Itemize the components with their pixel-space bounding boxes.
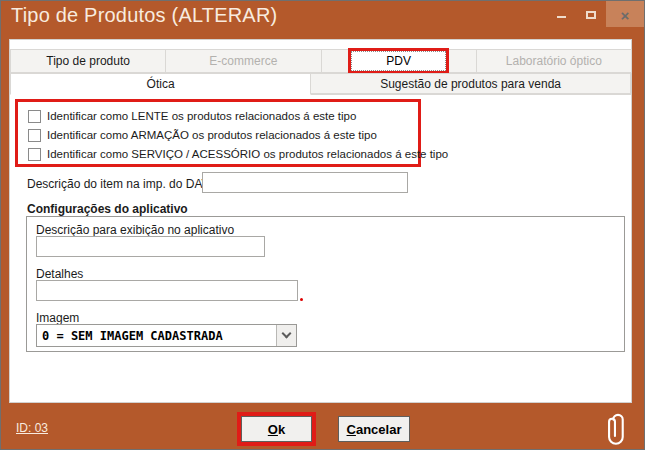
tab-otica[interactable]: Ótica — [10, 73, 311, 95]
checkbox-row-lente: Identificar como LENTE os produtos relac… — [28, 107, 418, 125]
details-input[interactable] — [36, 280, 298, 301]
close-button[interactable]: × — [606, 1, 644, 27]
dialog-window: Tipo de Produtos (ALTERAR) × Tipo de pro… — [0, 0, 645, 450]
image-select-dropdown-button[interactable] — [276, 325, 296, 346]
tab-laboratorio-optico[interactable]: Laboratório óptico — [476, 49, 632, 73]
tab-label: Tipo de produto — [46, 54, 130, 68]
tab-sugestao-produtos[interactable]: Sugestão de produtos para venda — [311, 73, 631, 94]
dialog-body: Tipo de produto E-commerce PDV Laboratór… — [9, 39, 632, 403]
minimize-button[interactable] — [546, 1, 576, 27]
close-icon: × — [621, 8, 630, 23]
maximize-button[interactable] — [576, 1, 606, 27]
image-select-value: 0 = SEM IMAGEM CADASTRADA — [37, 325, 276, 346]
dav-description-label: Descrição do item na imp. do DAV — [27, 177, 210, 191]
chevron-down-icon — [282, 329, 292, 339]
tab-tipo-de-produto[interactable]: Tipo de produto — [10, 49, 166, 73]
checkbox-armacao[interactable] — [28, 129, 41, 142]
titlebar: Tipo de Produtos (ALTERAR) × — [1, 1, 644, 38]
tab-pdv[interactable]: PDV — [321, 49, 477, 73]
checkbox-lente[interactable] — [28, 110, 41, 123]
ok-button[interactable]: Ok — [241, 416, 312, 442]
tab-label: PDV — [351, 51, 446, 71]
app-config-group-title: Configurações do aplicativo — [27, 202, 188, 216]
record-id-link[interactable]: ID: 03 — [16, 421, 48, 435]
tab-label: Sugestão de produtos para venda — [380, 77, 561, 91]
window-controls: × — [546, 1, 644, 27]
annotation-pdv-tab: PDV — [348, 48, 449, 74]
dav-description-input[interactable] — [202, 172, 408, 193]
maximize-icon — [586, 11, 596, 19]
cancel-button[interactable]: Cancelar — [338, 416, 410, 442]
checkbox-label[interactable]: Identificar como ARMAÇÃO os produtos rel… — [47, 129, 377, 141]
app-description-input[interactable] — [36, 236, 265, 257]
minimize-icon — [557, 16, 566, 18]
tab-label: E-commerce — [209, 54, 277, 68]
required-marker — [300, 298, 303, 301]
app-config-group-box: Descrição para exibição no aplicativo De… — [26, 216, 625, 352]
window-title: Tipo de Produtos (ALTERAR) — [11, 4, 277, 27]
image-select[interactable]: 0 = SEM IMAGEM CADASTRADA — [36, 324, 297, 347]
annotation-checkbox-group: Identificar como LENTE os produtos relac… — [15, 99, 421, 167]
app-description-label: Descrição para exibição no aplicativo — [36, 223, 234, 237]
paperclip-icon[interactable] — [605, 407, 631, 449]
sub-tab-strip: Ótica Sugestão de produtos para venda — [10, 73, 631, 95]
checkbox-servico-acessorio[interactable] — [28, 148, 41, 161]
checkbox-row-armacao: Identificar como ARMAÇÃO os produtos rel… — [28, 126, 418, 144]
tab-label: Laboratório óptico — [506, 54, 602, 68]
checkbox-label[interactable]: Identificar como LENTE os produtos relac… — [47, 110, 356, 122]
image-label: Imagem — [36, 311, 79, 325]
details-label: Detalhes — [36, 267, 83, 281]
main-tab-strip: Tipo de produto E-commerce PDV Laboratór… — [10, 49, 631, 73]
annotation-ok-button: Ok — [237, 412, 316, 446]
tab-label: Ótica — [147, 77, 175, 91]
tab-ecommerce[interactable]: E-commerce — [165, 49, 321, 73]
checkbox-row-servico-acessorio: Identificar como SERVIÇO / ACESSÓRIO os … — [28, 145, 418, 163]
checkbox-label[interactable]: Identificar como SERVIÇO / ACESSÓRIO os … — [47, 148, 448, 160]
